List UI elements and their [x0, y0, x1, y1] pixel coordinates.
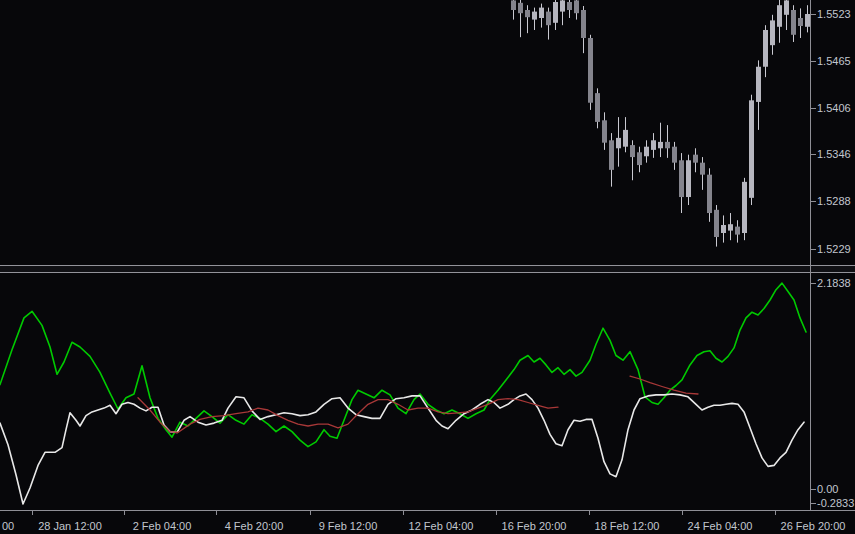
price-axis-tick [810, 108, 816, 109]
time-axis-label: 24 Feb 04:00 [672, 519, 768, 534]
price-axis-tick [810, 154, 816, 155]
time-axis-label: 4 Feb 20:00 [206, 519, 302, 534]
signal-line-red-b [630, 376, 698, 394]
time-axis-label: 16 Feb 20:00 [486, 519, 582, 534]
time-axis-tick [589, 511, 590, 515]
time-axis-label: 2 Feb 04:00 [114, 519, 210, 534]
price-pane[interactable] [0, 0, 855, 265]
indicator-axis-label: 0.00 [817, 483, 855, 495]
candlestick-series [0, 0, 855, 265]
price-axis-label: 1.5346 [817, 148, 855, 160]
time-axis-tick [775, 511, 776, 515]
time-axis-label: 28 Jan 12:00 [22, 519, 118, 534]
indicator-axis-label: 2.1838 [817, 277, 855, 289]
time-scale-axis-line [0, 510, 855, 511]
indicator-axis-label: -0.2833 [817, 497, 855, 509]
time-axis-label: 9 Feb 12:00 [300, 519, 396, 534]
time-axis-tick [403, 511, 404, 515]
price-axis-label: 1.5406 [817, 102, 855, 114]
price-axis-tick [810, 201, 816, 202]
fast-line-green [0, 283, 806, 447]
price-scale-axis-line [810, 0, 811, 510]
indicator-pane[interactable] [0, 272, 855, 510]
price-axis-label: 1.5288 [817, 195, 855, 207]
indicator-axis-tick [810, 503, 816, 504]
time-axis-tick [124, 511, 125, 515]
price-axis-tick [810, 249, 816, 250]
time-axis-tick [32, 511, 33, 515]
indicator-axis-tick [810, 489, 816, 490]
time-axis-tick [310, 511, 311, 515]
price-axis-tick [810, 14, 816, 15]
price-axis-label: 1.5465 [817, 55, 855, 67]
price-axis-label: 1.5523 [817, 8, 855, 20]
time-axis-label: 18 Feb 12:00 [579, 519, 675, 534]
time-axis-label-partial: 00 [2, 519, 26, 534]
time-axis-label: 26 Feb 20:00 [765, 519, 855, 534]
price-axis-tick [810, 61, 816, 62]
indicator-lines [0, 272, 855, 510]
price-axis-label: 1.5229 [817, 243, 855, 255]
indicator-axis-tick [810, 283, 816, 284]
time-axis-tick [216, 511, 217, 515]
time-axis-label: 12 Feb 04:00 [393, 519, 489, 534]
time-axis-tick [496, 511, 497, 515]
time-axis-tick [682, 511, 683, 515]
trading-chart-window: 1.55231.54651.54061.53461.52881.52292.18… [0, 0, 855, 534]
